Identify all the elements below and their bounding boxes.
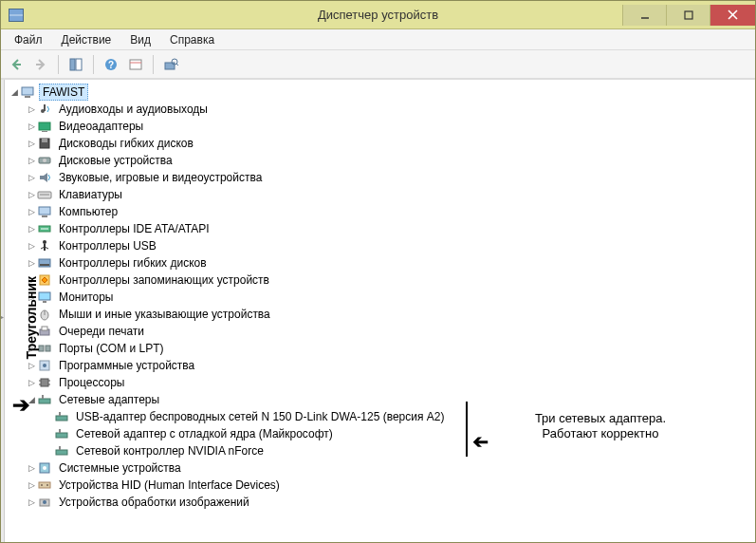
sound-icon <box>37 170 52 185</box>
properties-button[interactable] <box>124 53 147 76</box>
tree-item[interactable]: ▷Компьютер <box>26 203 755 220</box>
menu-action[interactable]: Действие <box>54 31 120 48</box>
tree-item-label: Звуковые, игровые и видеоустройства <box>56 170 265 185</box>
titlebar[interactable]: Диспетчер устройств <box>1 1 755 29</box>
nav-back-button[interactable] <box>5 53 28 76</box>
expand-icon[interactable]: ▷ <box>26 207 37 216</box>
expand-icon[interactable]: ▷ <box>26 241 37 251</box>
system-icon <box>37 460 52 476</box>
tree-item[interactable]: ◢Сетевые адаптеры <box>26 391 755 408</box>
keyboard-icon <box>37 187 52 202</box>
menu-file[interactable]: Файл <box>7 31 50 48</box>
menu-help[interactable]: Справка <box>162 31 222 48</box>
tree-item-label: Сетевые адаптеры <box>56 392 162 407</box>
svg-rect-46 <box>46 346 50 351</box>
toolbar: ? <box>1 50 755 79</box>
device-tree[interactable]: ◢ FAWIST ▷Аудиовходы и аудиовыходы▷Видео… <box>5 80 755 542</box>
show-hide-tree-button[interactable] <box>65 53 87 76</box>
storage-icon <box>37 272 52 288</box>
tree-item[interactable]: ▷Контроллеры гибких дисков <box>26 254 755 272</box>
tree-item[interactable]: ▷Очереди печати <box>26 323 755 340</box>
ide-icon <box>37 221 52 236</box>
tree-item[interactable]: ▷Системные устройства <box>26 459 755 477</box>
tree-item[interactable]: ▷Звуковые, игровые и видеоустройства <box>26 169 755 186</box>
collapse-icon[interactable]: ◢ <box>26 395 37 404</box>
tree-item-label: Системные устройства <box>56 460 184 476</box>
expand-icon[interactable]: ▷ <box>26 173 37 182</box>
tree-item[interactable]: ▷Аудиовходы и аудиовыходы <box>26 101 755 118</box>
svg-rect-45 <box>39 346 44 351</box>
tree-item[interactable]: ▷Дисковые устройства <box>26 152 755 169</box>
video-icon <box>37 119 52 134</box>
expand-icon[interactable]: ▷ <box>26 309 37 319</box>
expand-icon[interactable]: ▷ <box>26 104 37 114</box>
expand-icon[interactable]: ▷ <box>26 190 37 199</box>
expand-icon[interactable]: ▷ <box>26 344 37 353</box>
expand-icon[interactable]: ▷ <box>26 327 37 336</box>
tree-item-label: Устройства HID (Human Interface Devices) <box>56 477 283 493</box>
hid-icon <box>37 477 52 493</box>
ports-icon <box>37 341 52 356</box>
tree-item[interactable]: ▷Порты (COM и LPT) <box>26 340 755 357</box>
nav-forward-button[interactable] <box>29 53 52 76</box>
toolbar-separator <box>58 55 59 74</box>
tree-item[interactable]: ▷Контроллеры запоминающих устройств <box>26 272 755 289</box>
svg-line-14 <box>176 64 178 66</box>
menu-view[interactable]: Вид <box>122 31 158 48</box>
tree-item-label: Мыши и иные указывающие устройства <box>56 307 273 322</box>
svg-rect-64 <box>39 482 50 488</box>
tree-item-label: Мониторы <box>56 290 116 305</box>
tree-item[interactable]: ▷Устройства обработки изображений <box>26 494 755 511</box>
tree-item[interactable]: ▷Контроллеры IDE ATA/ATAPI <box>26 220 755 237</box>
expand-icon[interactable]: ▷ <box>26 156 37 165</box>
mouse-icon <box>37 307 52 322</box>
tree-item-label: Контроллеры запоминающих устройств <box>56 272 272 288</box>
tree-item[interactable]: ▷USB-адаптер беспроводных сетей N 150 D-… <box>43 408 755 425</box>
toolbar-separator <box>93 55 94 74</box>
tree-item[interactable]: ▷Сетевой контроллер NVIDIA nForce <box>43 442 755 459</box>
tree-item-label: Сетевой контроллер NVIDIA nForce <box>73 443 267 459</box>
expand-icon[interactable]: ▷ <box>26 122 37 131</box>
computer-icon <box>37 204 52 219</box>
help-button[interactable]: ? <box>100 53 122 76</box>
svg-rect-44 <box>42 327 47 330</box>
collapse-icon[interactable]: ◢ <box>9 87 20 97</box>
expand-icon[interactable]: ▷ <box>26 463 37 473</box>
expand-icon[interactable]: ▷ <box>26 275 37 285</box>
svg-rect-15 <box>22 87 33 95</box>
net-icon <box>54 426 69 441</box>
expand-pane-icon: ▸ <box>1 311 4 322</box>
disk-icon <box>37 153 52 168</box>
tree-root[interactable]: ◢ FAWIST <box>9 84 755 101</box>
tree-item[interactable]: ▷Процессоры <box>26 374 755 391</box>
expand-icon[interactable]: ▷ <box>26 258 37 268</box>
tree-item[interactable]: ▷Программные устройства <box>26 357 755 374</box>
expand-icon[interactable]: ▷ <box>26 224 37 234</box>
minimize-button[interactable] <box>622 5 666 26</box>
tree-item[interactable]: ▷Устройства HID (Human Interface Devices… <box>26 477 755 494</box>
tree-item[interactable]: ▷Видеоадаптеры <box>26 118 755 135</box>
tree-item[interactable]: ▷Мониторы <box>26 289 755 306</box>
expand-icon[interactable]: ▷ <box>26 378 37 387</box>
close-button[interactable] <box>710 5 755 26</box>
expand-icon[interactable]: ▷ <box>26 292 37 302</box>
tree-item[interactable]: ▷Клавиатуры <box>26 186 755 203</box>
computer-icon <box>20 84 35 100</box>
tree-item[interactable]: ▷Мыши и иные указывающие устройства <box>26 306 755 323</box>
expand-icon[interactable]: ▷ <box>26 497 37 507</box>
scan-hardware-button[interactable] <box>159 53 182 76</box>
expand-icon[interactable]: ▷ <box>26 139 37 148</box>
expand-icon[interactable]: ▷ <box>26 480 37 490</box>
tree-item[interactable]: ▷Сетевой адаптер с отладкой ядра (Майкро… <box>43 425 755 442</box>
tree-item-label: Контроллеры USB <box>56 238 159 253</box>
svg-marker-25 <box>40 173 47 182</box>
maximize-button[interactable] <box>666 5 710 26</box>
svg-rect-60 <box>56 450 67 455</box>
tree-item-label: Видеоадаптеры <box>56 119 146 134</box>
tree-item-label: Компьютер <box>56 204 120 219</box>
tree-item[interactable]: ▷Дисководы гибких дисков <box>26 135 755 152</box>
usb-icon <box>37 238 52 253</box>
expand-icon[interactable]: ▷ <box>26 361 37 370</box>
tree-item-label: Клавиатуры <box>56 187 125 202</box>
tree-item[interactable]: ▷Контроллеры USB <box>26 237 755 254</box>
